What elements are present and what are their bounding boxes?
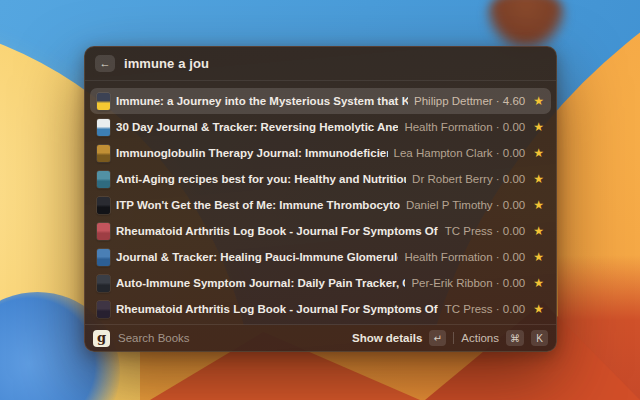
search-input[interactable]: immune a jou	[124, 56, 209, 71]
book-cover-icon	[97, 223, 110, 240]
star-icon: ★	[533, 199, 544, 211]
star-icon: ★	[533, 95, 544, 107]
book-title: Journal & Tracker: Healing Pauci-Immune …	[116, 251, 398, 263]
book-title: Immune: a Journey into the Mysterious Sy…	[116, 95, 408, 107]
book-author-rating: TC Press · 0.00	[445, 225, 526, 237]
result-row[interactable]: Journal & Tracker: Healing Pauci-Immune …	[90, 244, 551, 270]
book-author-rating: Lea Hampton Clark · 0.00	[394, 147, 526, 159]
cmd-key-badge: ⌘	[506, 330, 524, 346]
result-row[interactable]: Immune: a Journey into the Mysterious Sy…	[90, 88, 551, 114]
result-row[interactable]: ITP Won't Get the Best of Me: Immune Thr…	[90, 192, 551, 218]
book-author-rating: Daniel P Timothy · 0.00	[406, 199, 525, 211]
actions-label[interactable]: Actions	[461, 332, 499, 344]
footer-shortcuts: Show details ↵ Actions ⌘ K	[352, 330, 548, 346]
star-icon: ★	[533, 303, 544, 315]
star-icon: ★	[533, 147, 544, 159]
book-cover-icon	[97, 145, 110, 162]
star-icon: ★	[533, 121, 544, 133]
star-icon: ★	[533, 225, 544, 237]
back-button[interactable]: ←	[95, 55, 115, 72]
book-cover-icon	[97, 119, 110, 136]
search-bar: ← immune a jou	[85, 47, 556, 81]
book-author-rating: TC Press · 0.00	[445, 303, 526, 315]
show-details-label[interactable]: Show details	[352, 332, 422, 344]
results-list: Immune: a Journey into the Mysterious Sy…	[85, 81, 556, 324]
book-cover-icon	[97, 301, 110, 318]
result-row[interactable]: Rheumatoid Arthritis Log Book - Journal …	[90, 296, 551, 322]
footer-divider	[453, 332, 454, 344]
result-row[interactable]: Immunoglobulin Therapy Journal: Immunode…	[90, 140, 551, 166]
book-title: Immunoglobulin Therapy Journal: Immunode…	[116, 147, 388, 159]
book-author-rating: Health Formation · 0.00	[404, 251, 525, 263]
result-row[interactable]: Auto-Immune Symptom Journal: Daily Pain …	[90, 270, 551, 296]
book-title: ITP Won't Get the Best of Me: Immune Thr…	[116, 199, 400, 211]
book-author-rating: Philipp Dettmer · 4.60	[414, 95, 525, 107]
result-row[interactable]: 30 Day Journal & Tracker: Reversing Hemo…	[90, 114, 551, 140]
star-icon: ★	[533, 251, 544, 263]
book-title: Rheumatoid Arthritis Log Book - Journal …	[116, 225, 439, 237]
goodreads-icon: g	[93, 330, 110, 347]
book-title: 30 Day Journal & Tracker: Reversing Hemo…	[116, 121, 398, 133]
book-cover-icon	[97, 275, 110, 292]
book-cover-icon	[97, 171, 110, 188]
footer-bar: g Search Books Show details ↵ Actions ⌘ …	[85, 324, 556, 351]
enter-key-badge: ↵	[429, 330, 446, 346]
book-title: Anti-Aging recipes best for you: Healthy…	[116, 173, 406, 185]
book-author-rating: Per-Erik Ribbon · 0.00	[411, 277, 525, 289]
command-label: Search Books	[118, 332, 190, 344]
book-cover-icon	[97, 249, 110, 266]
book-author-rating: Dr Robert Berry · 0.00	[412, 173, 525, 185]
book-author-rating: Health Formation · 0.00	[404, 121, 525, 133]
raycast-window: ← immune a jou Immune: a Journey into th…	[84, 46, 557, 352]
book-title: Auto-Immune Symptom Journal: Daily Pain …	[116, 277, 405, 289]
star-icon: ★	[533, 277, 544, 289]
wallpaper-dark-ridge	[486, 0, 566, 50]
star-icon: ★	[533, 173, 544, 185]
result-row[interactable]: Anti-Aging recipes best for you: Healthy…	[90, 166, 551, 192]
footer-command: g Search Books	[93, 330, 190, 347]
book-title: Rheumatoid Arthritis Log Book - Journal …	[116, 303, 439, 315]
k-key-badge: K	[531, 330, 548, 346]
book-cover-icon	[97, 197, 110, 214]
result-row[interactable]: Rheumatoid Arthritis Log Book - Journal …	[90, 218, 551, 244]
book-cover-icon	[97, 93, 110, 110]
